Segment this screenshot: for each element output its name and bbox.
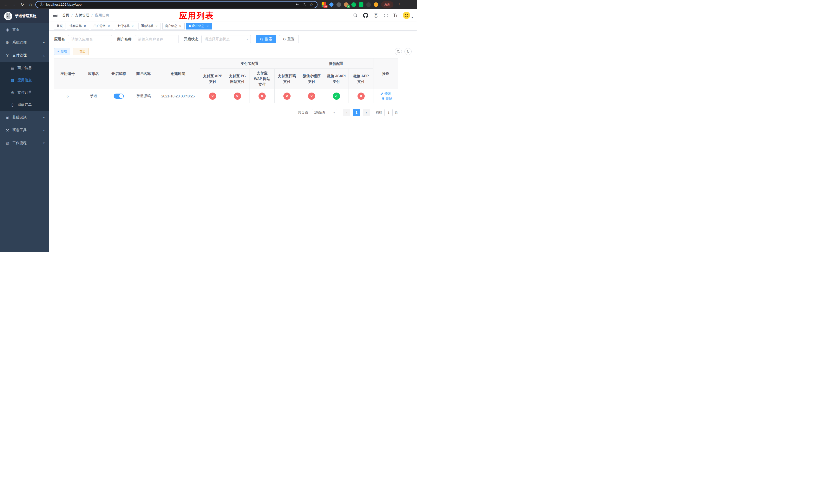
user-avatar[interactable]: ▾ <box>403 12 413 19</box>
app-name-input[interactable] <box>68 35 112 43</box>
cell-op: 修改 删除 <box>373 89 398 103</box>
col-header-name: 应用名 <box>81 59 106 89</box>
tab-pay-order[interactable]: 支付订单 × <box>115 23 137 29</box>
sidebar-item-pay-order[interactable]: ⊙ 支付订单 <box>0 86 49 99</box>
export-button[interactable]: ↓ 导出 <box>73 48 89 55</box>
github-icon[interactable] <box>363 13 368 18</box>
extension-dark-icon[interactable] <box>366 2 371 7</box>
breadcrumb-home[interactable]: 首页 <box>62 13 69 18</box>
status-badge: × <box>308 93 315 100</box>
close-icon[interactable]: × <box>131 24 134 28</box>
tab-user-group[interactable]: 用户分组 × <box>91 23 113 29</box>
reset-button[interactable]: ↻ 重置 <box>279 35 299 43</box>
page-unit-label: 页 <box>395 110 398 115</box>
next-page-button[interactable]: › <box>363 109 370 116</box>
tab-home[interactable]: 首页 <box>54 23 65 29</box>
browser-back-icon[interactable]: ← <box>3 1 9 8</box>
col-header-id: 应用编号 <box>54 59 81 89</box>
extension-face-icon[interactable] <box>374 2 378 7</box>
browser-home-icon[interactable]: ⌂ <box>27 1 34 8</box>
tags-view: 首页 流程表单 × 用户分组 × 支付订单 × 退款订单 × <box>49 22 417 30</box>
bookmark-star-icon[interactable]: ☆ <box>309 3 314 7</box>
help-icon[interactable]: ? <box>374 13 378 18</box>
extension-globe-icon[interactable] <box>336 2 341 7</box>
navbar-right: ? TT ▾ <box>353 12 413 19</box>
sidebar-item-dev-tools[interactable]: ⚒ 研发工具 ▾ <box>0 124 49 137</box>
infra-icon: ▣ <box>5 115 10 120</box>
tab-process-form[interactable]: 流程表单 × <box>67 23 89 29</box>
site-info-icon[interactable]: ⓘ <box>39 2 44 7</box>
close-icon[interactable]: × <box>83 24 87 28</box>
browser-reload-icon[interactable]: ↻ <box>19 1 26 8</box>
status-badge: × <box>357 93 365 100</box>
address-bar[interactable]: ⓘ localhost:1024/pay/app ☆ <box>36 1 317 8</box>
status-toggle[interactable] <box>114 94 124 99</box>
extension-badge: 10 <box>323 5 328 8</box>
search-icon[interactable] <box>353 13 358 18</box>
edit-button[interactable]: 修改 <box>380 91 391 96</box>
prev-page-button[interactable]: ‹ <box>343 109 350 116</box>
fullscreen-icon[interactable] <box>384 13 388 18</box>
avatar-caret-icon: ▾ <box>411 16 413 19</box>
search-button[interactable]: 搜索 <box>256 35 276 43</box>
chevron-up-icon: ▴ <box>43 54 45 57</box>
add-button[interactable]: + 新增 <box>54 48 70 55</box>
page-size-select[interactable]: 10条/页 ▾ <box>312 109 337 116</box>
sidebar-logo[interactable]: 芋道管理系统 <box>0 9 49 23</box>
sidebar-item-home[interactable]: ◉ 首页 <box>0 23 49 36</box>
merchant-name-input[interactable] <box>135 35 179 43</box>
share-icon[interactable] <box>302 3 307 6</box>
refresh-table-button[interactable]: ↻ <box>404 48 412 55</box>
font-size-icon[interactable]: TT <box>393 13 397 18</box>
cell-alipay-qr: × <box>275 89 299 103</box>
download-icon: ↓ <box>76 50 78 53</box>
sidebar-item-system[interactable]: ⚙ 系统管理 ▾ <box>0 36 49 49</box>
close-icon[interactable]: × <box>206 24 209 28</box>
browser-menu-icon[interactable]: ⋮ <box>396 2 402 7</box>
workflow-icon: ▧ <box>5 141 10 145</box>
delete-button[interactable]: 删除 <box>381 96 392 101</box>
toggle-search-button[interactable] <box>395 48 402 55</box>
search-icon <box>260 38 263 41</box>
sidebar-item-label: 首页 <box>12 27 20 32</box>
status-select[interactable]: 请选择开启状态 ▾ <box>201 35 251 43</box>
sidebar-item-label: 系统管理 <box>12 40 27 45</box>
active-tab-dot <box>189 25 191 27</box>
col-header-alipay-qr: 支付宝扫码支付 <box>275 69 299 89</box>
browser-update-button[interactable]: 更新 <box>381 1 393 8</box>
goto-page-input[interactable] <box>385 109 393 116</box>
status-label: 开启状态 <box>184 37 198 42</box>
tab-refund-order[interactable]: 退款订单 × <box>138 23 161 29</box>
sidebar-item-workflow[interactable]: ▧ 工作流程 ▾ <box>0 137 49 150</box>
sidebar-item-app-info[interactable]: ▦ 应用信息 <box>0 74 49 86</box>
cell-status <box>106 89 131 103</box>
close-icon[interactable]: × <box>155 24 158 28</box>
breadcrumb-separator: / <box>91 13 93 18</box>
extension-grid-icon[interactable]: 10 <box>322 2 326 7</box>
close-icon[interactable]: × <box>107 24 111 28</box>
chevron-down-icon: ▾ <box>246 38 248 41</box>
sidebar-item-payment[interactable]: ¥ 支付管理 ▴ <box>0 49 49 62</box>
pencil-icon <box>380 92 384 95</box>
status-badge: × <box>283 93 290 100</box>
page-1-button[interactable]: 1 <box>353 109 360 116</box>
goto-label: 前往 <box>376 110 382 115</box>
cell-wx-app: × <box>349 89 373 103</box>
browser-forward-icon[interactable]: → <box>11 1 18 8</box>
tab-app-info[interactable]: 应用信息 × <box>186 23 212 29</box>
close-icon[interactable]: × <box>178 24 182 28</box>
col-header-alipay-pc: 支付宝 PC 网站支付 <box>225 69 250 89</box>
extension-chat-icon[interactable] <box>359 2 364 7</box>
sidebar-item-merchant-info[interactable]: ▤ 商户信息 <box>0 62 49 74</box>
refresh-icon: ↻ <box>407 49 410 53</box>
extension-wechat-icon[interactable] <box>351 2 356 7</box>
extension-blue-icon[interactable] <box>329 2 334 7</box>
extension-avatar-icon[interactable]: 1 <box>344 2 349 7</box>
password-key-icon[interactable] <box>294 3 300 6</box>
sidebar-item-refund-order[interactable]: ▯ 退款订单 <box>0 99 49 111</box>
sidebar-item-infra[interactable]: ▣ 基础设施 ▾ <box>0 111 49 124</box>
sidebar-collapse-icon[interactable] <box>53 13 58 18</box>
status-badge: × <box>259 93 266 100</box>
tab-merchant-info[interactable]: 商户信息 × <box>162 23 185 29</box>
cell-id: 6 <box>54 89 81 103</box>
